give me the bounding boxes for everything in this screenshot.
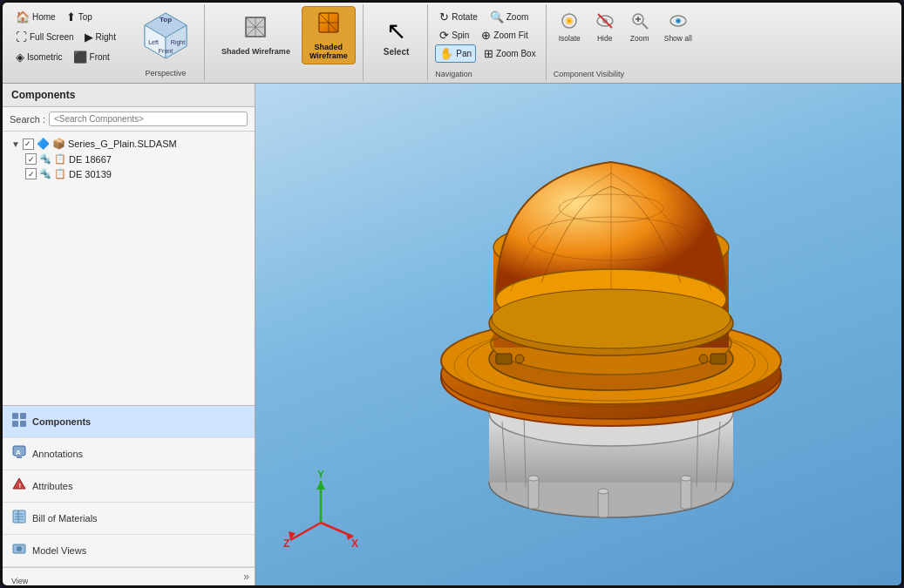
tree-check-child2[interactable]: ✓ [25,168,37,179]
select-section: ↖ Select [365,4,428,81]
isolate-button[interactable]: Isolate [554,8,586,46]
sidebar-tabs: Components A Annotations ! Attributes [3,405,255,567]
svg-rect-33 [20,421,26,427]
spin-label: Spin [452,30,469,40]
right-button[interactable]: ▶ Right [80,28,120,46]
bill-of-materials-icon [11,509,27,528]
sidebar: Components Search : ▼ ✓ 🔷 📦 Series_G_Pla… [3,84,255,585]
tree-child2-label: DE 30139 [69,169,112,179]
right-icon: ▶ [85,30,93,44]
svg-point-19 [568,20,571,23]
svg-point-54 [528,476,539,481]
viewport[interactable]: Z X Y [255,84,901,585]
tab-attributes[interactable]: ! Attributes [3,470,255,503]
front-icon: ⬛ [73,51,87,64]
shaded-wireframe-active-button[interactable]: ShadedWireframe [302,6,356,64]
svg-point-29 [676,20,679,23]
tree-icon-root-2: 📦 [52,138,65,150]
nav-row-3: ✋ Pan ⊞ Zoom Box [435,44,540,63]
tree-check-child1[interactable]: ✓ [25,153,37,165]
render-section: Shaded Wireframe ShadedWireframe [207,4,364,81]
svg-point-45 [17,546,22,551]
main-area: Components Search : ▼ ✓ 🔷 📦 Series_G_Pla… [3,84,901,585]
attributes-icon: ! [11,476,27,496]
view-row-2: ⛶ Full Screen ▶ Right [11,28,120,46]
home-button[interactable]: 🏠 Home [11,8,60,26]
tab-attributes-label: Attributes [32,481,246,491]
zoom-box-icon: ⊞ [484,47,493,60]
svg-marker-88 [316,481,325,490]
fullscreen-button[interactable]: ⛶ Full Screen [11,28,78,46]
svg-rect-30 [12,413,18,419]
show-all-icon [669,11,688,33]
tree-root-row[interactable]: ▼ ✓ 🔷 📦 Series_G_Plain.SLDASM [10,136,248,152]
shaded-wireframe-active-label: ShadedWireframe [309,43,348,60]
zoom-fit-button[interactable]: ⊕ Zoom Fit [477,26,532,44]
sidebar-search: Search : [3,107,255,132]
select-button[interactable]: ↖ Select [374,10,418,63]
svg-text:!: ! [19,482,22,490]
svg-rect-57 [598,491,608,517]
search-input[interactable] [49,112,248,126]
toolbar: 🏠 Home ⬆ Top ⛶ Full Screen ▶ Right [3,3,901,84]
svg-text:Left: Left [148,39,159,45]
navigation-section: ↻ Rotate 🔍 Zoom ⟳ Spin ⊕ Zoom Fit [430,4,546,81]
pan-button[interactable]: ✋ Pan [435,44,476,63]
components-icon [11,412,27,431]
rotate-icon: ↻ [439,10,449,24]
zoom-fit-icon: ⊕ [481,29,491,42]
view-section-label: View [11,577,28,585]
view-section: 🏠 Home ⬆ Top ⛶ Full Screen ▶ Right [6,4,126,81]
tab-bill-of-materials[interactable]: Bill of Materials [3,503,255,535]
spin-button[interactable]: ⟳ Spin [435,26,473,44]
isolate-label: Isolate [559,34,581,43]
app-container: 🏠 Home ⬆ Top ⛶ Full Screen ▶ Right [0,0,904,588]
fullscreen-icon: ⛶ [16,30,27,44]
tab-annotations[interactable]: A Annotations [3,438,255,470]
expand-btn[interactable]: » [243,571,249,583]
tree-child-1-row[interactable]: ✓ 🔩 📋 DE 18667 [24,152,248,166]
hide-label: Hide [597,34,612,43]
svg-rect-73 [710,354,726,364]
3d-model-svg [367,108,855,561]
tab-model-views[interactable]: Model Views [3,535,255,567]
zoom-vis-button[interactable]: Zoom [624,8,656,46]
front-button[interactable]: ⬛ Front [69,48,114,66]
show-all-button[interactable]: Show all [659,8,697,46]
tree-toggle-root[interactable]: ▼ [11,139,20,149]
annotations-icon: A [11,444,27,463]
top-label: Top [78,12,92,22]
svg-point-76 [699,355,708,363]
tree-check-root[interactable]: ✓ [23,139,34,150]
isometric-button[interactable]: ◈ Isometric [11,48,67,66]
perspective-cube-svg: Top Left Right Front [136,6,195,65]
rotate-label: Rotate [452,12,477,22]
axis-svg: Z X Y [282,470,360,549]
shaded-wireframe-active-icon [316,10,341,41]
expand-more: » [3,567,255,585]
tab-components[interactable]: Components [3,406,255,438]
shaded-wireframe-icon [243,15,268,45]
zoom-icon: 🔍 [490,10,504,24]
view-row-1: 🏠 Home ⬆ Top [11,8,120,26]
axis-indicator: Z X Y [282,470,360,551]
shaded-wireframe-button[interactable]: Shaded Wireframe [214,6,298,64]
svg-text:Z: Z [283,537,289,549]
zoom-button[interactable]: 🔍 Zoom [486,8,534,26]
tree-child-2-row[interactable]: ✓ 🔩 📋 DE 30139 [24,166,248,181]
spin-icon: ⟳ [439,29,449,42]
svg-point-56 [681,476,691,481]
vis-row-1: Isolate Hide Zoom [554,8,697,46]
navigation-section-label: Navigation [435,70,472,78]
top-button[interactable]: ⬆ Top [62,8,97,26]
home-label: Home [32,12,56,22]
svg-line-24 [642,24,648,29]
zoom-box-button[interactable]: ⊞ Zoom Box [479,44,540,63]
isometric-label: Isometric [27,52,63,62]
rotate-button[interactable]: ↻ Rotate [435,8,481,26]
tree-icon-child2: 🔩 [39,168,51,179]
visibility-section: Isolate Hide Zoom [548,4,703,81]
svg-point-75 [515,355,524,363]
hide-button[interactable]: Hide [589,8,621,46]
perspective-cube[interactable]: Top Left Right Front [136,6,195,65]
